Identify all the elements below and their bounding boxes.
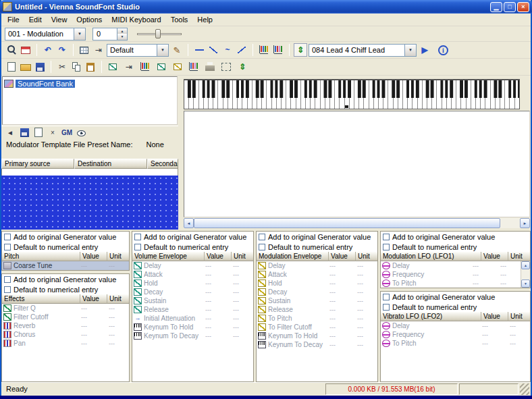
add-to-original-checkbox[interactable]: Add to original Generator value xyxy=(2,232,129,242)
generator-row[interactable]: Coarse Tune --- --- xyxy=(2,261,129,270)
search-icon[interactable] xyxy=(5,43,18,57)
column-header-value[interactable]: Value xyxy=(80,294,107,304)
checkbox-icon[interactable] xyxy=(134,244,141,250)
scroll-track[interactable] xyxy=(194,218,520,228)
goto-icon[interactable]: ⇥ xyxy=(92,43,105,57)
column-header-unit[interactable]: Unit xyxy=(107,252,129,261)
scroll-down-icon[interactable]: ▼ xyxy=(521,280,530,288)
redo-icon[interactable]: ↷ xyxy=(55,43,69,57)
statistics-icon[interactable] xyxy=(138,60,152,74)
generator-row[interactable]: Hold --- --- xyxy=(132,279,253,288)
add-to-original-checkbox[interactable]: Add to original Generator value xyxy=(381,292,530,302)
default-to-numerical-checkbox[interactable]: Default to numerical entry xyxy=(381,302,530,312)
copy-icon[interactable] xyxy=(70,60,83,74)
chevron-down-icon[interactable]: ▼ xyxy=(404,45,416,56)
checkbox-icon[interactable] xyxy=(134,234,141,240)
generator-row[interactable]: Keynum To Hold --- --- xyxy=(257,331,377,340)
table-icon[interactable] xyxy=(19,43,32,57)
delete-template-icon[interactable]: × xyxy=(47,127,59,138)
tree-item-soundfont-bank[interactable]: SoundFont Bank xyxy=(4,78,176,88)
generator-row[interactable]: Release --- --- xyxy=(132,305,253,314)
slope-tool-icon[interactable] xyxy=(207,43,220,57)
column-header-name[interactable]: Effects xyxy=(2,294,80,304)
generator-row[interactable]: Delay --- --- xyxy=(381,261,521,270)
generator-row[interactable]: Delay --- --- xyxy=(257,261,377,270)
column-header-name[interactable]: Modulation LFO (LFO1) xyxy=(381,252,481,261)
generator-row[interactable]: Filter Q --- --- xyxy=(2,304,129,313)
column-header[interactable]: Secondary source xyxy=(147,159,178,169)
grid-icon[interactable] xyxy=(78,43,91,57)
generator-row[interactable]: To Pitch --- --- xyxy=(257,314,377,323)
modulation-envelope-icon[interactable] xyxy=(171,60,184,74)
menu-view[interactable]: View xyxy=(47,14,72,25)
scroll-left-icon[interactable]: ◄ xyxy=(184,218,194,228)
generator-row[interactable]: Pan --- --- xyxy=(2,339,129,348)
volume-envelope-icon[interactable] xyxy=(155,60,168,74)
info-icon[interactable]: i xyxy=(438,45,448,55)
add-to-original-checkbox[interactable]: Add to original Generator value xyxy=(381,232,530,242)
column-header-unit[interactable]: Unit xyxy=(107,294,129,304)
audition-icon[interactable]: ◄ xyxy=(4,127,16,138)
gm-icon[interactable]: GM xyxy=(61,127,73,138)
generator-row[interactable]: To Pitch --- --- xyxy=(381,339,530,348)
chevron-down-icon[interactable]: ▼ xyxy=(74,28,85,40)
column-header-name[interactable]: Volume Envelope xyxy=(132,252,205,261)
modulation-combobox[interactable]: 001 - Modulation ▼ xyxy=(5,28,86,41)
view-icon[interactable] xyxy=(75,127,87,138)
checkbox-icon[interactable] xyxy=(383,294,390,300)
goto-note-icon[interactable]: ⇥ xyxy=(122,60,136,74)
new-template-icon[interactable] xyxy=(32,127,45,138)
bars-graph-icon[interactable] xyxy=(257,43,271,57)
save-template-icon[interactable] xyxy=(18,127,30,138)
column-header-unit[interactable]: Unit xyxy=(356,252,377,261)
column-header-value[interactable]: Value xyxy=(329,252,356,261)
default-to-numerical-checkbox[interactable]: Default to numerical entry xyxy=(381,242,530,252)
generator-row[interactable]: → Initial Attenuation --- --- xyxy=(132,314,253,323)
new-icon[interactable] xyxy=(5,60,18,74)
generator-row[interactable]: Attack --- --- xyxy=(257,270,377,279)
generator-row[interactable]: To Filter Cutoff --- --- xyxy=(257,323,377,331)
sync-scroll-icon[interactable]: ⇕ xyxy=(294,43,307,57)
vertical-scrollbar[interactable]: ▲ ▼ xyxy=(521,261,530,288)
maximize-button[interactable]: □ xyxy=(504,2,516,12)
checkbox-icon[interactable] xyxy=(4,286,11,293)
value-slider[interactable] xyxy=(137,28,182,40)
generator-row[interactable]: To Pitch --- --- xyxy=(381,279,521,288)
generator-row[interactable]: Attack --- --- xyxy=(132,270,253,279)
generator-row[interactable]: Decay --- --- xyxy=(132,288,253,296)
generator-row[interactable]: Decay --- --- xyxy=(257,288,377,296)
line-tool-icon[interactable] xyxy=(192,43,206,57)
chevron-down-icon[interactable]: ▼ xyxy=(157,45,168,56)
column-header-value[interactable]: Value xyxy=(80,252,107,261)
default-to-numerical-checkbox[interactable]: Default to numerical entry xyxy=(2,284,129,294)
scroll-thumb[interactable] xyxy=(194,218,500,228)
add-to-original-checkbox[interactable]: Add to original Generator value xyxy=(2,274,129,284)
default-to-numerical-checkbox[interactable]: Default to numerical entry xyxy=(257,242,377,252)
default-to-numerical-checkbox[interactable]: Default to numerical entry xyxy=(2,242,129,252)
print-icon[interactable] xyxy=(203,60,217,74)
column-header-value[interactable]: Value xyxy=(481,252,508,261)
column-header-name[interactable]: Pitch xyxy=(2,252,80,261)
ramp-tool-icon[interactable] xyxy=(235,43,248,57)
generator-row[interactable]: Reverb --- --- xyxy=(2,321,129,330)
checkbox-icon[interactable] xyxy=(383,244,390,250)
move-updown-icon[interactable]: ⇕ xyxy=(236,60,249,74)
column-header-name[interactable]: Modulation Envelope xyxy=(257,252,329,261)
generator-row[interactable]: Frequency --- --- xyxy=(381,330,530,339)
menu-file[interactable]: File xyxy=(3,14,24,25)
horizontal-scrollbar[interactable]: ◄ ► xyxy=(184,218,530,228)
selection-frame-icon[interactable] xyxy=(219,60,233,74)
checkbox-icon[interactable] xyxy=(259,234,265,240)
edit-pencil-icon[interactable]: ✎ xyxy=(170,43,184,57)
loop-graph-icon[interactable] xyxy=(271,43,285,57)
generator-row[interactable]: Frequency --- --- xyxy=(381,270,521,279)
column-header-value[interactable]: Value xyxy=(481,312,508,321)
generator-row[interactable]: Keynum To Hold --- --- xyxy=(132,323,253,331)
menu-edit[interactable]: Edit xyxy=(24,14,47,25)
menu-midi-keyboard[interactable]: MIDI Keyboard xyxy=(107,14,165,25)
generator-row[interactable]: Sustain --- --- xyxy=(132,296,253,305)
checkbox-icon[interactable] xyxy=(383,234,390,240)
curve-tool-icon[interactable]: ~ xyxy=(221,43,234,57)
add-to-original-checkbox[interactable]: Add to original Generator value xyxy=(132,232,253,242)
paste-icon[interactable] xyxy=(84,60,97,74)
